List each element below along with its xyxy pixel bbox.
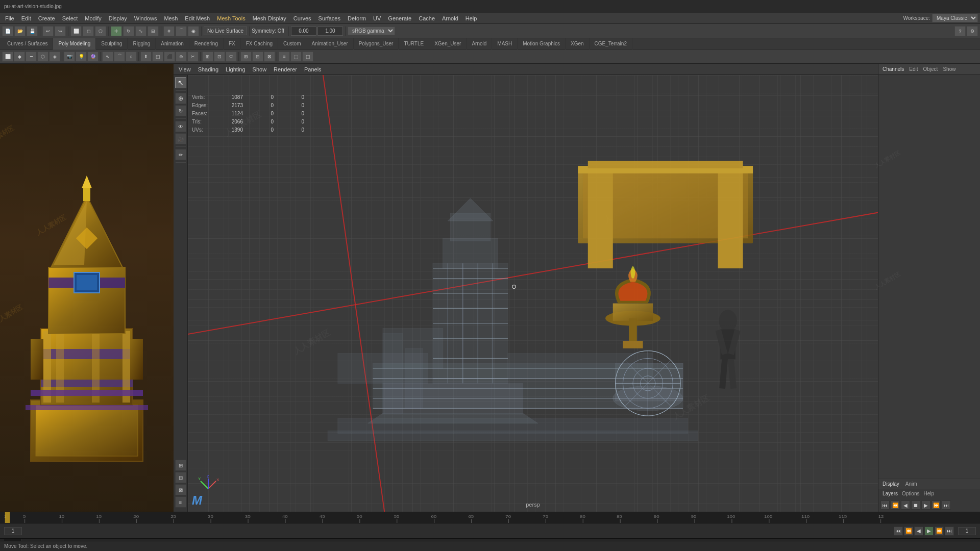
icon-uvw[interactable]: ◈ [49, 52, 60, 62]
menu-uv[interactable]: UV [370, 14, 384, 22]
icon-camera[interactable]: 📷 [64, 52, 75, 62]
tab-polygons-user[interactable]: Polygons_User [354, 38, 399, 49]
paint-tool-btn[interactable]: ✏ [175, 149, 186, 160]
snap-curve-btn[interactable]: ⌒ [176, 26, 187, 36]
rotate-btn[interactable]: ↻ [123, 26, 134, 36]
menu-edit[interactable]: Edit [18, 14, 34, 22]
skip-to-start-btn[interactable]: ⏮ [894, 527, 903, 536]
menu-deform[interactable]: Deform [345, 14, 369, 22]
tab-arnold[interactable]: Arnold [467, 38, 492, 49]
play-fwd-btn[interactable]: ▶ [921, 500, 930, 510]
channels-tab[interactable]: Channels [883, 66, 904, 72]
workspace-dropdown[interactable]: Maya Classic [932, 14, 978, 22]
prev-frame-btn[interactable]: ⏪ [891, 500, 900, 510]
snap-point-btn[interactable]: ◉ [188, 26, 199, 36]
icon-material[interactable]: 🔮 [87, 52, 99, 62]
menu-select[interactable]: Select [59, 14, 81, 22]
save-btn[interactable]: 💾 [27, 26, 38, 36]
icon-extrude[interactable]: ⬆ [140, 52, 152, 62]
icon-light[interactable]: 💡 [76, 52, 87, 62]
select-tool-btn[interactable]: ↖ [175, 77, 186, 88]
icon-combine[interactable]: ⊞ [202, 52, 213, 62]
menu-windows[interactable]: Windows [131, 14, 160, 22]
3d-viewport[interactable]: 人人素材区 人人素材区 人人素材区 人人素材区 Verts: 1087 0 0 … [188, 75, 878, 512]
vp-menu-panels[interactable]: Panels [301, 65, 325, 73]
icon-retopo[interactable]: ◫ [302, 52, 313, 62]
icon-merge[interactable]: ⊕ [176, 52, 187, 62]
tab-cge[interactable]: CGE_Terrain2 [590, 38, 632, 49]
frame-end-input[interactable] [958, 527, 976, 535]
tab-animation-user[interactable]: Animation_User [306, 38, 353, 49]
transform-btn[interactable]: ⊞ [148, 26, 159, 36]
menu-mesh-display[interactable]: Mesh Display [250, 14, 289, 22]
transform-y-input[interactable] [317, 27, 343, 36]
options-tab[interactable]: Options [902, 491, 919, 496]
icon-nurbs[interactable]: ○ [126, 52, 137, 62]
icon-crease[interactable]: ≡ [279, 52, 290, 62]
icon-curve-cv[interactable]: ∿ [102, 52, 113, 62]
play-backwards-btn[interactable]: ◀ [914, 527, 923, 536]
no-live-surface-btn[interactable]: No Live Surface [204, 27, 247, 35]
menu-modify[interactable]: Modify [82, 14, 104, 22]
scale-btn[interactable]: ⤡ [135, 26, 146, 36]
open-btn[interactable]: 📂 [14, 26, 26, 36]
layers-tab[interactable]: Layers [883, 491, 898, 496]
tab-rendering[interactable]: Rendering [189, 38, 224, 49]
anim-tab[interactable]: Anim [905, 481, 917, 487]
menu-generate[interactable]: Generate [385, 14, 414, 22]
new-scene-btn[interactable]: 📄 [2, 26, 13, 36]
frame-start-input[interactable] [4, 527, 22, 535]
icon-vertex[interactable]: ◆ [14, 52, 25, 62]
icon-grid1[interactable]: ⊞ [240, 52, 252, 62]
transform-x-input[interactable] [291, 27, 316, 36]
icon-select-mode[interactable]: ⬜ [2, 52, 13, 62]
tab-turtle[interactable]: TURTLE [399, 38, 429, 49]
select-btn[interactable]: ⬜ [70, 26, 82, 36]
skip-to-end-btn[interactable]: ⏭ [945, 527, 954, 536]
snap-grid-btn[interactable]: # [163, 26, 175, 36]
tab-curves-surfaces[interactable]: Curves / Surfaces [2, 38, 53, 49]
stop-btn[interactable]: ⏹ [911, 500, 920, 510]
vp-menu-show[interactable]: Show [250, 65, 270, 73]
icon-edge[interactable]: ━ [26, 52, 37, 62]
tab-xgen-user[interactable]: XGen_User [429, 38, 467, 49]
move-btn[interactable]: ✛ [111, 26, 122, 36]
tab-custom[interactable]: Custom [278, 38, 306, 49]
help-btn[interactable]: ? [954, 26, 966, 36]
tab-motion-graphics[interactable]: Motion Graphics [518, 38, 566, 49]
show-tab[interactable]: Show [943, 66, 955, 72]
object-tab[interactable]: Object [923, 66, 938, 72]
view-btn[interactable]: 👁 [175, 121, 186, 132]
goto-start-btn[interactable]: ⏮ [880, 500, 890, 510]
menu-display[interactable]: Display [106, 14, 130, 22]
menu-help[interactable]: Help [462, 14, 480, 22]
menu-mesh[interactable]: Mesh [161, 14, 181, 22]
step-back-btn[interactable]: ⏪ [904, 527, 913, 536]
edit-tab[interactable]: Edit [909, 66, 918, 72]
menu-cache[interactable]: Cache [415, 14, 438, 22]
icon-smooth[interactable]: ⬭ [226, 52, 237, 62]
goto-end-btn[interactable]: ⏭ [942, 500, 951, 510]
play-forward-btn[interactable]: ▶ [924, 527, 934, 536]
tab-mash[interactable]: MASH [492, 38, 518, 49]
icon-curve-ep[interactable]: ⌒ [114, 52, 125, 62]
menu-create[interactable]: Create [35, 14, 58, 22]
menu-curves[interactable]: Curves [290, 14, 314, 22]
help-tab[interactable]: Help [923, 491, 934, 496]
paint-btn[interactable]: ⬡ [95, 26, 106, 36]
color-space-dropdown[interactable]: sRGB gamma [348, 27, 395, 35]
vp-menu-lighting[interactable]: Lighting [223, 65, 249, 73]
menu-mesh-tools[interactable]: Mesh Tools [214, 14, 248, 22]
icon-separate[interactable]: ⊡ [214, 52, 225, 62]
quad-btn[interactable]: ⊠ [175, 484, 186, 495]
tab-xgen[interactable]: XGen [566, 38, 590, 49]
list-btn[interactable]: ≡ [175, 496, 186, 508]
icon-grid2[interactable]: ⊟ [252, 52, 263, 62]
icon-bridge[interactable]: ⬛ [164, 52, 175, 62]
tab-rigging[interactable]: Rigging [128, 38, 156, 49]
move-tool-btn[interactable]: ⊕ [175, 93, 186, 104]
icon-split[interactable]: ✂ [187, 52, 199, 62]
redo-btn[interactable]: ↪ [55, 26, 66, 36]
icon-face[interactable]: ⬡ [37, 52, 48, 62]
step-forward-btn[interactable]: ⏩ [935, 527, 944, 536]
